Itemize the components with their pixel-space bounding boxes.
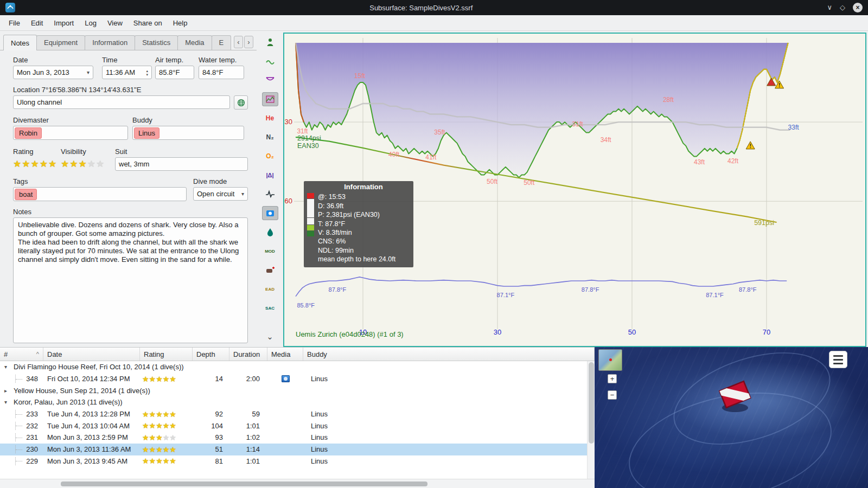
nitrogen-graph-icon[interactable]: N₂ bbox=[262, 130, 278, 144]
time-spinbox[interactable]: 11:36 AM▴▾ bbox=[102, 66, 152, 79]
oxygen-graph-icon[interactable]: O₂ bbox=[262, 149, 278, 163]
scrollbar-thumb[interactable] bbox=[589, 362, 594, 444]
star-4[interactable]: ★ bbox=[87, 159, 96, 169]
trip-row[interactable]: ▾Divi Flamingo House Reef, Fri Oct 10, 2… bbox=[0, 361, 587, 373]
dive-row-233[interactable]: 233Tue Jun 4, 2013 12:28 PM★★★★★9259Linu… bbox=[0, 408, 587, 420]
minimap-inset[interactable] bbox=[598, 349, 622, 371]
star-1[interactable]: ★ bbox=[61, 159, 69, 169]
star-2[interactable]: ★ bbox=[22, 159, 30, 169]
water-temp-field[interactable]: 84.8°F bbox=[199, 66, 244, 79]
buddy-field[interactable]: Linus bbox=[132, 126, 244, 140]
map-zoom-in-button[interactable]: + bbox=[608, 374, 617, 383]
divemaster-tag[interactable]: Robin bbox=[15, 127, 42, 139]
dive-row-230[interactable]: 230Mon Jun 3, 2013 11:36 AM★★★★★511:14Li… bbox=[0, 444, 587, 455]
dive-row-231[interactable]: 231Mon Jun 3, 2013 2:59 PM★★★★★931:02Lin… bbox=[0, 432, 587, 444]
date-combobox[interactable]: Mon Jun 3, 2013▾ bbox=[13, 66, 93, 79]
menu-help[interactable]: Help bbox=[168, 17, 193, 29]
svg-text:!: ! bbox=[750, 143, 751, 149]
dc-ceiling-icon[interactable] bbox=[262, 263, 278, 277]
column-header-date[interactable]: Date bbox=[43, 348, 140, 361]
map-zoom-out-button[interactable]: − bbox=[608, 390, 617, 400]
suit-field[interactable]: wet, 3mm bbox=[115, 157, 248, 171]
star-4[interactable]: ★ bbox=[40, 159, 48, 169]
rating-stars[interactable]: ★★★★★ bbox=[13, 157, 61, 171]
collapse-icon[interactable]: ▾ bbox=[4, 364, 10, 370]
profile-scale-icon[interactable] bbox=[262, 92, 278, 106]
calculated-ceiling-icon[interactable] bbox=[262, 73, 278, 87]
toolbar-scroll-down-button[interactable]: ⌄ bbox=[262, 330, 278, 344]
dive-site-map[interactable]: + − bbox=[595, 347, 868, 488]
tissues-icon[interactable]: |Δ| bbox=[262, 168, 278, 182]
helium-graph-icon[interactable]: He bbox=[262, 111, 278, 125]
maximize-button[interactable]: ◇ bbox=[840, 3, 845, 12]
globe-button[interactable] bbox=[234, 95, 248, 110]
scrollbar-thumb[interactable] bbox=[61, 481, 427, 486]
collapse-icon[interactable]: ▾ bbox=[4, 399, 10, 405]
trip-label: Divi Flamingo House Reef, Fri Oct 10, 20… bbox=[14, 363, 184, 371]
close-button[interactable]: × bbox=[853, 3, 863, 12]
media-icon[interactable] bbox=[282, 375, 290, 382]
column-header-num[interactable]: #^ bbox=[0, 348, 43, 361]
menu-file[interactable]: File bbox=[3, 17, 25, 29]
star-3[interactable]: ★ bbox=[79, 159, 87, 169]
column-header-media[interactable]: Media bbox=[267, 348, 303, 361]
column-header-duration[interactable]: Duration bbox=[229, 348, 267, 361]
expand-icon[interactable]: ▸ bbox=[4, 388, 10, 394]
tags-field[interactable]: boat bbox=[13, 187, 187, 201]
column-header-buddy[interactable]: Buddy bbox=[303, 348, 595, 361]
tab-e[interactable]: E bbox=[212, 35, 232, 50]
tab-notes[interactable]: Notes bbox=[3, 35, 37, 50]
heart-rate-icon[interactable] bbox=[262, 187, 278, 201]
spin-arrows-icon[interactable]: ▴▾ bbox=[146, 69, 148, 76]
swimmer-icon[interactable] bbox=[262, 54, 278, 68]
star-3[interactable]: ★ bbox=[31, 159, 40, 169]
trip-row[interactable]: ▾Koror, Palau, Jun 2013 (11 dive(s)) bbox=[0, 396, 587, 408]
star-1[interactable]: ★ bbox=[13, 159, 22, 169]
divemaster-field[interactable]: Robin bbox=[13, 126, 128, 140]
dive-row-232[interactable]: 232Tue Jun 4, 2013 10:04 AM★★★★★1041:01L… bbox=[0, 420, 587, 432]
tab-scroll-right-icon[interactable]: › bbox=[244, 36, 253, 48]
dive-flag-marker[interactable] bbox=[715, 378, 755, 415]
dive-list-header[interactable]: #^DateRatingDepthDurationMediaBuddy bbox=[0, 348, 595, 361]
buddy-tag[interactable]: Linus bbox=[134, 127, 159, 139]
menu-view[interactable]: View bbox=[102, 17, 128, 29]
menu-log[interactable]: Log bbox=[79, 17, 102, 29]
tag-chip[interactable]: boat bbox=[15, 189, 37, 200]
menu-edit[interactable]: Edit bbox=[25, 17, 48, 29]
tab-information[interactable]: Information bbox=[85, 35, 135, 50]
dive-list-horizontal-scrollbar[interactable] bbox=[0, 479, 595, 488]
tab-equipment[interactable]: Equipment bbox=[36, 35, 85, 50]
notes-textarea[interactable]: Unbelievable dive. Dozens and dozens of … bbox=[13, 217, 248, 343]
photos-icon[interactable] bbox=[262, 206, 278, 220]
menu-import[interactable]: Import bbox=[48, 17, 79, 29]
mod-icon[interactable]: MOD bbox=[262, 244, 278, 258]
tab-statistics[interactable]: Statistics bbox=[135, 35, 178, 50]
visibility-stars[interactable]: ★★★★★ bbox=[61, 157, 115, 171]
dive-profile-panel[interactable]: 10305070306015ft28ft31ft35ft40ft41ft31ft… bbox=[283, 33, 866, 347]
title-bar[interactable]: Subsurface: SampleDivesV2.ssrf ∨ ◇ × bbox=[0, 0, 868, 15]
column-header-depth[interactable]: Depth bbox=[193, 348, 229, 361]
dive-computer-icon[interactable] bbox=[262, 35, 278, 49]
map-menu-button[interactable] bbox=[829, 351, 847, 368]
dive-mode-combobox[interactable]: Open circuit▾ bbox=[193, 187, 248, 201]
menu-share-on[interactable]: Share on bbox=[128, 17, 168, 29]
tab-scroll-left-icon[interactable]: ‹ bbox=[234, 36, 243, 48]
column-header-rating[interactable]: Rating bbox=[140, 348, 193, 361]
star-2[interactable]: ★ bbox=[69, 159, 78, 169]
minimize-button[interactable]: ∨ bbox=[827, 3, 832, 12]
legend-swatch bbox=[307, 231, 314, 236]
location-field[interactable]: Ulong channel bbox=[13, 95, 230, 109]
svg-text:87.1°F: 87.1°F bbox=[497, 292, 515, 298]
star-5[interactable]: ★ bbox=[48, 159, 57, 169]
dive-row-348[interactable]: 348Fri Oct 10, 2014 12:34 PM★★★★★142:00L… bbox=[0, 373, 587, 385]
dive-row-229[interactable]: 229Mon Jun 3, 2013 9:45 AM★★★★★811:01Lin… bbox=[0, 455, 587, 467]
tab-media[interactable]: Media bbox=[177, 35, 212, 50]
trip-row[interactable]: ▸Yellow House, Sun Sep 21, 2014 (1 dive(… bbox=[0, 384, 587, 396]
star-5[interactable]: ★ bbox=[96, 159, 105, 169]
tab-bar: NotesEquipmentInformationStatisticsMedia… bbox=[0, 31, 257, 50]
gas-change-icon[interactable] bbox=[262, 225, 278, 239]
sac-icon[interactable]: SAC bbox=[262, 301, 278, 315]
air-temp-field[interactable]: 85.8°F bbox=[155, 66, 194, 79]
ead-icon[interactable]: EAD bbox=[262, 282, 278, 296]
dive-list-vertical-scrollbar[interactable] bbox=[587, 361, 595, 479]
